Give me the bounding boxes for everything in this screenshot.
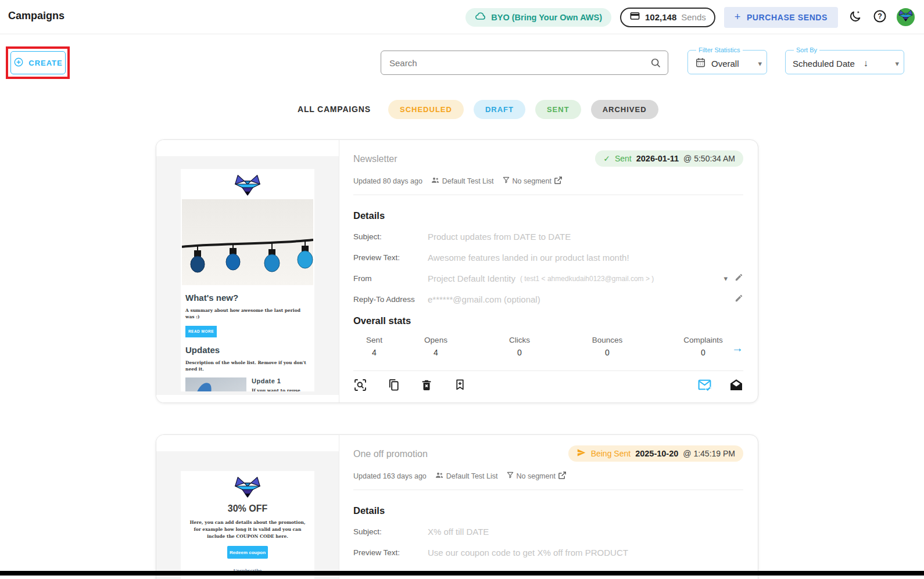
campaign-meta-row: Updated 163 days ago Default Test List N… bbox=[353, 470, 743, 481]
campaign-title: Newsletter bbox=[353, 154, 397, 164]
read-more-button: READ MORE bbox=[185, 326, 217, 337]
edit-pencil-icon[interactable] bbox=[735, 273, 743, 284]
send-icon bbox=[576, 448, 586, 459]
email-text: Description of the whole list. Remove if… bbox=[185, 359, 310, 373]
moon-star-icon bbox=[848, 10, 862, 25]
status-label: Being Sent bbox=[591, 449, 631, 458]
user-avatar[interactable] bbox=[897, 8, 915, 26]
campaign-details-pane: Newsletter ✓ Sent 2026-01-11 @ 5:50:34 A… bbox=[340, 140, 758, 402]
help-button[interactable]: ? bbox=[872, 9, 888, 26]
stat-value: 4 bbox=[415, 348, 457, 357]
status-label: Sent bbox=[615, 154, 632, 163]
open-envelope-icon bbox=[729, 378, 743, 394]
campaign-meta-row: Updated 80 days ago Default Test List No… bbox=[353, 175, 743, 186]
bookmark-plus-icon bbox=[454, 379, 466, 393]
envelope-check-icon bbox=[697, 377, 712, 394]
stats-detail-arrow-icon[interactable]: → bbox=[732, 341, 743, 355]
stat-value: 0 bbox=[586, 348, 628, 357]
external-link-icon[interactable] bbox=[554, 176, 563, 186]
create-button-label: CREATE bbox=[28, 59, 62, 67]
people-icon bbox=[431, 175, 440, 186]
tab-archived[interactable]: ARCHIVED bbox=[591, 100, 658, 119]
people-icon bbox=[435, 470, 444, 481]
preview-text-value[interactable]: Use our coupon code to get X% off from P… bbox=[428, 548, 628, 558]
preview-campaign-button[interactable] bbox=[353, 379, 367, 393]
campaign-filter-tabs: ALL CAMPAIGNS SCHEDULED DRAFT SENT ARCHI… bbox=[0, 100, 924, 120]
stat-label: Clicks bbox=[499, 336, 540, 344]
segment-name: No segment bbox=[513, 177, 551, 185]
details-heading: Details bbox=[353, 210, 743, 221]
subject-label: Subject: bbox=[353, 232, 428, 241]
external-link-icon[interactable] bbox=[558, 471, 567, 481]
email-thumbnail-pane[interactable]: 30% OFF Here, you can add details about … bbox=[156, 435, 339, 579]
campaign-details-pane: One off promotion Being Sent 2025-10-20 … bbox=[340, 435, 758, 579]
search-input[interactable] bbox=[381, 51, 668, 75]
calendar-icon bbox=[695, 57, 706, 70]
segment-name: No segment bbox=[517, 472, 556, 480]
byo-badge: BYO (Bring Your Own AWS) bbox=[465, 8, 611, 27]
dark-mode-toggle[interactable] bbox=[847, 9, 863, 26]
opened-mail-button[interactable] bbox=[729, 379, 743, 393]
chevron-down-icon: ▾ bbox=[895, 59, 899, 68]
status-date: 2025-10-20 bbox=[635, 449, 678, 458]
edit-pencil-icon[interactable] bbox=[735, 294, 743, 305]
copy-icon bbox=[387, 378, 400, 393]
email-thumbnail-pane[interactable]: What's new? A summary about how awesome … bbox=[156, 140, 339, 402]
save-as-template-button[interactable] bbox=[453, 379, 467, 393]
sends-count-label: Sends bbox=[681, 12, 706, 22]
search-icon bbox=[650, 57, 661, 71]
page-title: Campaigns bbox=[8, 10, 65, 22]
stat-label: Opens bbox=[415, 336, 457, 344]
stat-label: Complaints bbox=[682, 336, 724, 344]
campaign-card-newsletter: What's new? A summary about how awesome … bbox=[156, 139, 758, 403]
list-name: Default Test List bbox=[442, 177, 494, 185]
arrow-down-icon[interactable]: ↓ bbox=[864, 58, 868, 69]
email-text: Here, you can add details about the prom… bbox=[188, 519, 307, 540]
replyto-label: Reply-To Address bbox=[353, 295, 428, 304]
stat-value: 0 bbox=[682, 348, 724, 357]
svg-text:?: ? bbox=[878, 12, 882, 20]
purchase-sends-button[interactable]: + PURCHASE SENDS bbox=[724, 7, 838, 28]
tab-draft[interactable]: DRAFT bbox=[474, 100, 525, 119]
filter-statistics-select[interactable]: Filter Statistics Overall ▾ bbox=[687, 46, 767, 74]
chevron-down-icon[interactable]: ▾ bbox=[724, 274, 728, 283]
status-time: @ 5:50:34 AM bbox=[683, 154, 735, 163]
tab-scheduled[interactable]: SCHEDULED bbox=[388, 100, 464, 119]
delivery-report-button[interactable] bbox=[697, 379, 711, 393]
sends-count: 102,148 bbox=[645, 12, 676, 22]
overall-stats-heading: Overall stats bbox=[353, 315, 743, 326]
email-update-heading: Update 1 bbox=[252, 377, 310, 384]
details-heading: Details bbox=[353, 505, 743, 516]
divider bbox=[353, 195, 743, 195]
subject-value[interactable]: Product updates from DATE to DATE bbox=[428, 232, 571, 242]
overall-stats-row: Sent 4 Opens 4 Clicks 0 Bounces 0 Compla… bbox=[353, 336, 743, 366]
preview-magnifier-icon bbox=[353, 378, 367, 394]
updated-text: Updated 80 days ago bbox=[353, 177, 422, 185]
replyto-value[interactable]: e******@gmail.com (optional) bbox=[428, 294, 540, 304]
subject-value[interactable]: X% off till DATE bbox=[428, 527, 489, 537]
app-header: Campaigns BYO (Bring Your Own AWS) 102,1… bbox=[0, 0, 924, 34]
fox-logo-icon bbox=[181, 477, 314, 499]
email-text: A summary about how awesome the last per… bbox=[185, 307, 310, 321]
funnel-icon bbox=[502, 176, 510, 186]
create-button[interactable]: CREATE bbox=[10, 51, 66, 74]
funnel-icon bbox=[506, 471, 514, 481]
duplicate-campaign-button[interactable] bbox=[386, 379, 400, 393]
tab-all-campaigns[interactable]: ALL CAMPAIGNS bbox=[298, 105, 371, 114]
stat-value: 4 bbox=[353, 348, 395, 357]
preview-text-value[interactable]: Awesome features landed in our product l… bbox=[428, 253, 629, 262]
email-heading: What's new? bbox=[185, 293, 310, 303]
sort-by-value: Scheduled Date bbox=[793, 59, 855, 69]
campaign-card-promotion: 30% OFF Here, you can add details about … bbox=[156, 434, 758, 579]
search-box bbox=[381, 51, 668, 75]
from-identity-value[interactable]: Project Default Identity bbox=[428, 274, 515, 283]
tab-sent[interactable]: SENT bbox=[535, 100, 581, 119]
filter-statistics-value: Overall bbox=[711, 59, 739, 69]
plus-icon: + bbox=[735, 11, 741, 23]
cloud-icon bbox=[475, 10, 486, 24]
sort-by-select[interactable]: Sort By Scheduled Date ↓ ▾ bbox=[785, 46, 904, 74]
status-time: @ 1:45:19 PM bbox=[683, 449, 735, 458]
delete-campaign-button[interactable] bbox=[420, 379, 434, 393]
window-bottom-edge bbox=[0, 571, 924, 576]
update-photo bbox=[185, 377, 246, 391]
